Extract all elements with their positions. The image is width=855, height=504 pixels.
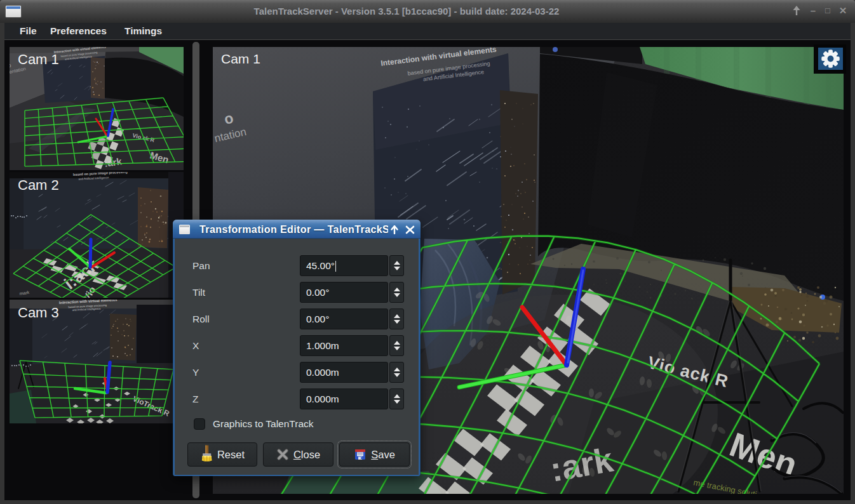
svg-text:Cam 3: Cam 3 — [18, 305, 59, 321]
svg-text:Cam 1: Cam 1 — [221, 51, 260, 66]
svg-text:Cam 1: Cam 1 — [18, 51, 59, 67]
svg-text:Cam 2: Cam 2 — [18, 177, 59, 193]
